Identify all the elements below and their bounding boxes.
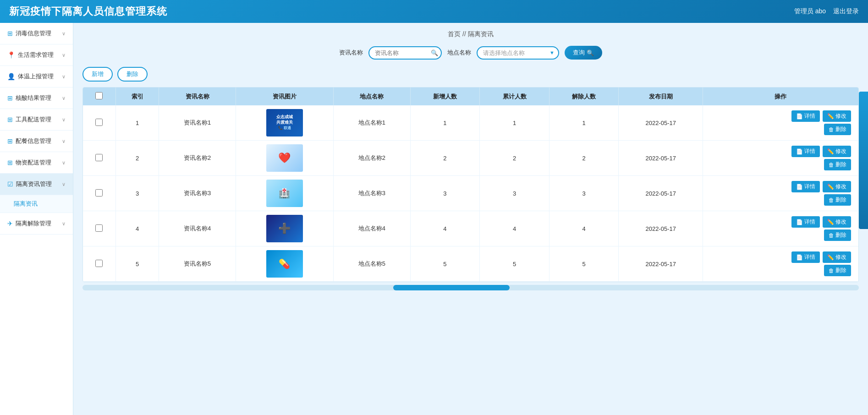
search-bar: 资讯名称 🔍 地点名称 请选择地点名称 ▼ 查询 🔍 bbox=[82, 46, 859, 60]
row-removed-count: 2 bbox=[549, 141, 619, 176]
delete-button[interactable]: 🗑 删除 bbox=[824, 194, 851, 206]
logout-button[interactable]: 退出登录 bbox=[833, 7, 859, 16]
checkbox-icon: ☑ bbox=[7, 180, 13, 188]
right-decoration bbox=[859, 92, 868, 229]
sidebar-item-label: 工具配送管理 bbox=[16, 115, 51, 124]
row-name: 资讯名称5 bbox=[159, 246, 236, 282]
row-date: 2022-05-17 bbox=[619, 176, 703, 211]
row-image-cell: ➕ bbox=[236, 211, 333, 246]
chevron-down-icon: ∨ bbox=[62, 138, 66, 144]
grid-icon: ⊞ bbox=[7, 116, 13, 123]
detail-button[interactable]: 📄 详情 bbox=[791, 146, 820, 157]
row-location: 地点名称5 bbox=[334, 246, 411, 282]
sidebar-item-label: 物资配送管理 bbox=[16, 158, 51, 167]
sidebar-item-label: 生活需求管理 bbox=[18, 51, 54, 59]
row-name: 资讯名称1 bbox=[159, 105, 236, 141]
col-new-count: 新增人数 bbox=[410, 87, 480, 105]
sidebar-item-tools[interactable]: ⊞ 工具配送管理 ∨ bbox=[0, 109, 73, 131]
table-row: 2 资讯名称2 ❤️ 地点名称2 2 2 2 2022-05-17 📄 详情 bbox=[83, 141, 858, 176]
edit-button[interactable]: ✏️ 修改 bbox=[823, 216, 851, 228]
table-row: 4 资讯名称4 ➕ 地点名称4 4 4 4 2022-05-17 📄 详情 bbox=[83, 211, 858, 246]
pin-icon: 📍 bbox=[7, 51, 15, 59]
breadcrumb: 首页 // 隔离资讯 bbox=[82, 30, 859, 38]
row-checkbox[interactable] bbox=[95, 154, 103, 161]
doc-icon: 📄 bbox=[796, 219, 803, 225]
table-header: 索引 资讯名称 资讯图片 地点名称 新增人数 累计人数 解除人数 发布日期 操作 bbox=[83, 87, 858, 105]
row-index: 5 bbox=[115, 246, 159, 282]
trash-icon: 🗑 bbox=[829, 197, 834, 203]
data-table: 索引 资讯名称 资讯图片 地点名称 新增人数 累计人数 解除人数 发布日期 操作 bbox=[83, 87, 858, 282]
table-row: 1 资讯名称1 众志成城共渡难关📞 联通 地点名称1 1 1 1 2022-05… bbox=[83, 105, 858, 141]
row-checkbox[interactable] bbox=[95, 260, 103, 267]
sidebar-item-quarantine-release[interactable]: ✈ 隔离解除管理 ∨ bbox=[0, 213, 73, 235]
search-icon[interactable]: 🔍 bbox=[431, 49, 438, 56]
edit-button[interactable]: ✏️ 修改 bbox=[823, 251, 851, 263]
detail-button[interactable]: 📄 详情 bbox=[791, 251, 820, 263]
row-checkbox[interactable] bbox=[95, 224, 103, 232]
location-select[interactable]: 请选择地点名称 bbox=[477, 46, 559, 60]
edit-button[interactable]: ✏️ 修改 bbox=[823, 110, 851, 122]
sidebar-item-temperature[interactable]: 👤 体温上报管理 ∨ bbox=[0, 66, 73, 87]
sidebar-item-living[interactable]: 📍 生活需求管理 ∨ bbox=[0, 44, 73, 66]
sidebar-item-meal[interactable]: ⊞ 配餐信息管理 ∨ bbox=[0, 131, 73, 152]
row-removed-count: 4 bbox=[549, 211, 619, 246]
row-new-count: 1 bbox=[410, 105, 480, 141]
sidebar-item-label: 隔离解除管理 bbox=[16, 219, 51, 228]
news-name-input-wrap: 🔍 bbox=[368, 46, 442, 60]
edit-button[interactable]: ✏️ 修改 bbox=[823, 146, 851, 157]
chevron-down-icon: ∨ bbox=[62, 74, 66, 80]
delete-button[interactable]: 🗑 删除 bbox=[824, 229, 851, 241]
col-ops: 操作 bbox=[703, 87, 858, 105]
data-table-wrap: 索引 资讯名称 资讯图片 地点名称 新增人数 累计人数 解除人数 发布日期 操作 bbox=[82, 87, 859, 282]
row-image-cell: 💊 bbox=[236, 246, 333, 282]
add-button[interactable]: 新增 bbox=[82, 67, 113, 82]
sidebar: ⊞ 消毒信息管理 ∨ 📍 生活需求管理 ∨ 👤 体温上报管理 ∨ ⊞ 核酸结果管… bbox=[0, 23, 73, 415]
table-row: 3 资讯名称3 🏥 地点名称3 3 3 3 2022-05-17 📄 详情 bbox=[83, 176, 858, 211]
edit-button[interactable]: ✏️ 修改 bbox=[823, 181, 851, 192]
horizontal-scrollbar[interactable] bbox=[82, 285, 859, 290]
header: 新冠疫情下隔离人员信息管理系统 管理员 abo 退出登录 bbox=[0, 0, 868, 23]
row-date: 2022-05-17 bbox=[619, 211, 703, 246]
sidebar-item-quarantine-news[interactable]: ☑ 隔离资讯管理 ∨ bbox=[0, 174, 73, 195]
row-checkbox-cell bbox=[83, 246, 115, 282]
delete-button[interactable]: 🗑 删除 bbox=[824, 124, 851, 135]
row-checkbox[interactable] bbox=[95, 119, 103, 126]
row-image-cell: 众志成城共渡难关📞 联通 bbox=[236, 105, 333, 141]
query-button[interactable]: 查询 🔍 bbox=[565, 46, 602, 60]
row-index: 3 bbox=[115, 176, 159, 211]
row-new-count: 3 bbox=[410, 176, 480, 211]
sidebar-item-supplies[interactable]: ⊞ 物资配送管理 ∨ bbox=[0, 152, 73, 174]
sidebar-item-disinfection[interactable]: ⊞ 消毒信息管理 ∨ bbox=[0, 23, 73, 44]
row-date: 2022-05-17 bbox=[619, 246, 703, 282]
batch-delete-button[interactable]: 删除 bbox=[117, 67, 148, 82]
chevron-down-icon: ∨ bbox=[62, 221, 66, 227]
row-ops: 📄 详情 ✏️ 修改 🗑 删除 bbox=[703, 105, 858, 141]
row-checkbox[interactable] bbox=[95, 189, 103, 197]
delete-button[interactable]: 🗑 删除 bbox=[824, 159, 851, 170]
doc-icon: 📄 bbox=[796, 113, 803, 120]
grid-icon: ⊞ bbox=[7, 159, 13, 166]
chevron-down-icon: ∨ bbox=[62, 181, 66, 187]
sidebar-item-quarantine-news-sub[interactable]: 隔离资讯 bbox=[0, 195, 73, 213]
sidebar-item-label: 体温上报管理 bbox=[18, 72, 54, 81]
doc-icon: 📄 bbox=[796, 254, 803, 261]
detail-button[interactable]: 📄 详情 bbox=[791, 216, 820, 228]
row-name: 资讯名称3 bbox=[159, 176, 236, 211]
location-select-wrap: 请选择地点名称 ▼ bbox=[477, 46, 559, 60]
detail-button[interactable]: 📄 详情 bbox=[791, 181, 820, 192]
sidebar-item-nucleic[interactable]: ⊞ 核酸结果管理 ∨ bbox=[0, 87, 73, 109]
edit-icon: ✏️ bbox=[827, 219, 834, 225]
sidebar-item-label: 配餐信息管理 bbox=[16, 137, 51, 145]
select-all-checkbox[interactable] bbox=[95, 92, 103, 99]
delete-button[interactable]: 🗑 删除 bbox=[824, 265, 851, 276]
scrollbar-thumb bbox=[393, 285, 510, 290]
row-date: 2022-05-17 bbox=[619, 141, 703, 176]
sidebar-item-label: 隔离资讯管理 bbox=[16, 180, 52, 188]
detail-button[interactable]: 📄 详情 bbox=[791, 110, 820, 122]
doc-icon: 📄 bbox=[796, 148, 803, 155]
row-total-count: 4 bbox=[480, 211, 549, 246]
chevron-down-icon: ∨ bbox=[62, 31, 66, 37]
edit-icon: ✏️ bbox=[827, 184, 834, 190]
row-date: 2022-05-17 bbox=[619, 105, 703, 141]
row-name: 资讯名称4 bbox=[159, 211, 236, 246]
